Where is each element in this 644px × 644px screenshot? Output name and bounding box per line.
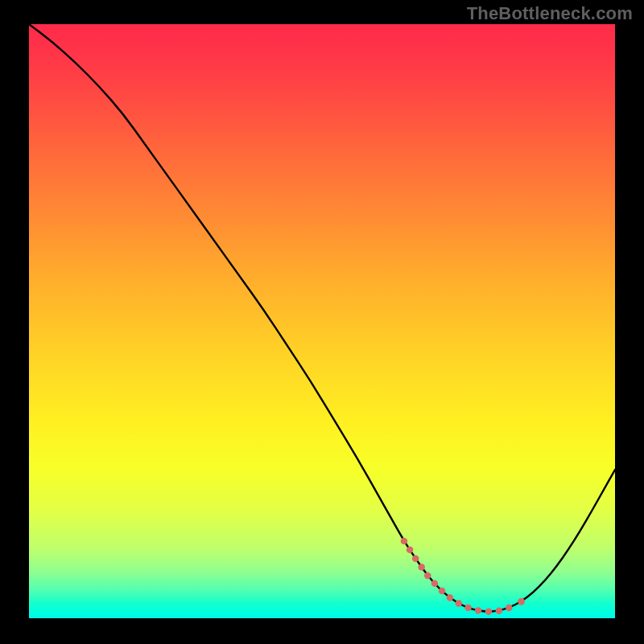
chart-frame: TheBottleneck.com [0, 0, 644, 644]
watermark-text: TheBottleneck.com [467, 3, 633, 24]
highlight-dot-separate [518, 598, 525, 605]
bottleneck-curve [29, 24, 615, 612]
highlight-dots [404, 541, 510, 612]
chart-area [29, 24, 615, 618]
curve-svg [29, 24, 615, 618]
